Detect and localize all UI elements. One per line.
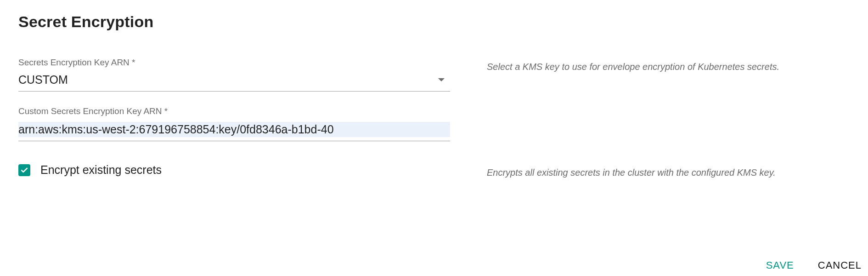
cancel-button[interactable]: CANCEL xyxy=(817,258,862,273)
key-arn-value: CUSTOM xyxy=(18,73,68,86)
key-arn-label: Secrets Encryption Key ARN * xyxy=(18,58,450,68)
check-icon xyxy=(20,166,29,175)
save-button[interactable]: SAVE xyxy=(765,258,795,273)
encrypt-existing-label: Encrypt existing secrets xyxy=(40,163,162,177)
dialog-actions: SAVE CANCEL xyxy=(765,258,862,273)
page-title: Secret Encryption xyxy=(18,13,850,31)
encrypt-existing-helper: Encrypts all existing secrets in the clu… xyxy=(487,166,850,179)
custom-arn-label: Custom Secrets Encryption Key ARN * xyxy=(18,106,450,116)
chevron-down-icon xyxy=(438,78,445,81)
encrypt-existing-checkbox[interactable] xyxy=(18,164,30,176)
custom-arn-input[interactable] xyxy=(18,122,450,137)
key-arn-helper: Select a KMS key to use for envelope enc… xyxy=(487,60,850,73)
key-arn-select[interactable]: CUSTOM xyxy=(18,70,450,92)
